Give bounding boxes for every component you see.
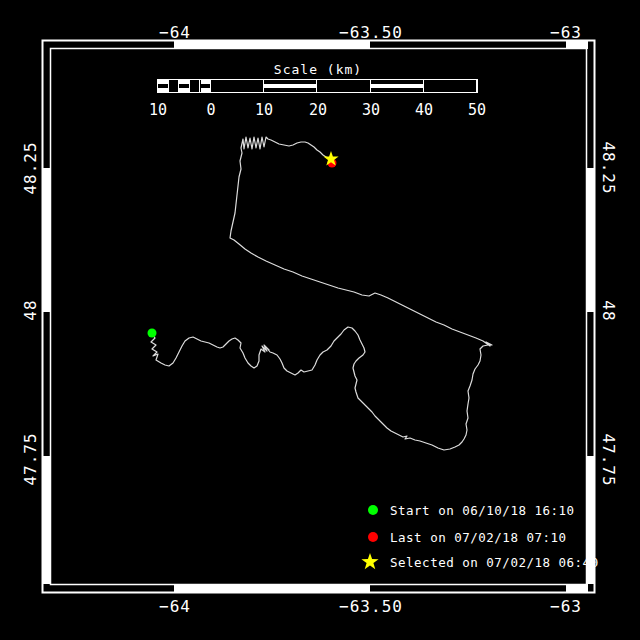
scale-tick-4: 30 [362,101,380,119]
lon-tick-top-2: −63 [550,23,582,42]
lat-tick-left-2: 47.75 [21,432,40,485]
scale-tick-6: 50 [468,101,486,119]
lon-tick-bottom-1: −63.50 [339,597,403,616]
scale-tick-3: 20 [309,101,327,119]
lat-tick-left-0: 48.25 [21,141,40,194]
scale-tick-1: 0 [206,101,215,119]
lat-tick-right-1: 48 [599,300,618,321]
scale-bar-cell-1 [169,80,180,92]
scale-bar-cell-4 [201,80,212,92]
scale-bar-cell-9 [424,80,477,92]
lat-tick-right-2: 47.75 [599,433,618,486]
lon-tick-bottom-0: −64 [159,597,191,616]
scale-bar-cell-0 [158,80,169,92]
legend-label-selected: Selected on 07/02/18 06:40 [390,555,599,570]
legend-start-icon [368,505,378,515]
scale-bar-title: Scale (km) [274,62,362,77]
lat-tick-left-1: 48 [21,299,40,320]
legend-label-last: Last on 07/02/18 07:10 [390,530,567,545]
scale-bar-cell-6 [264,80,317,92]
scale-bar-cell-7 [318,80,371,92]
start-marker[interactable] [148,329,157,338]
legend-last-icon [368,532,378,542]
scale-tick-2: 10 [255,101,273,119]
tracking-map: −64 −63.50 −63 −64 −63.50 −63 48.25 48 4… [0,0,640,640]
lat-tick-right-0: 48.25 [599,141,618,194]
scale-tick-5: 40 [415,101,433,119]
legend-selected-icon [361,553,378,569]
scale-bar [157,79,478,93]
lon-tick-top-0: −64 [159,23,191,42]
scale-bar-cell-8 [371,80,424,92]
scale-tick-0: 10 [149,101,167,119]
lon-tick-bottom-2: −63 [550,597,582,616]
legend-label-start: Start on 06/10/18 16:10 [390,503,575,518]
scale-bar-cell-3 [190,80,201,92]
scale-bar-cell-5 [211,80,264,92]
lon-tick-top-1: −63.50 [339,23,403,42]
scale-bar-cell-2 [179,80,190,92]
track-path [151,137,492,450]
